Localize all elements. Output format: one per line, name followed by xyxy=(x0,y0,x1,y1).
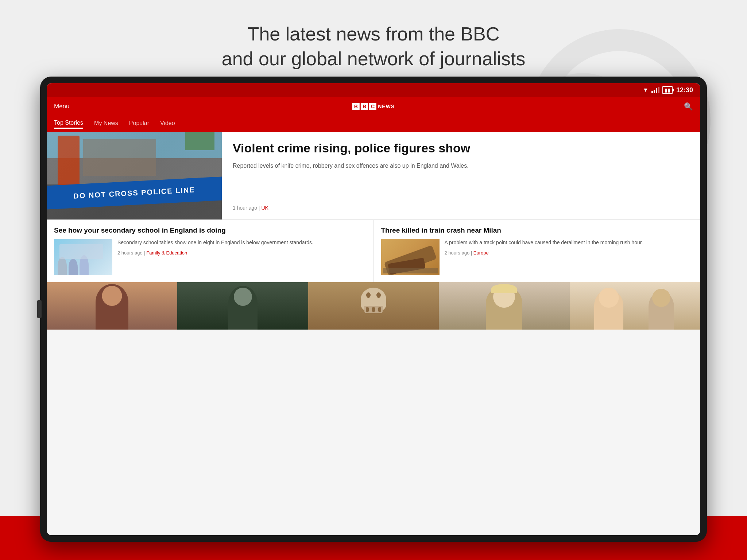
tab-popular[interactable]: Popular xyxy=(129,120,149,128)
story-card-1-image xyxy=(54,239,112,275)
tab-my-news[interactable]: My News xyxy=(94,120,118,128)
strip-image-boris[interactable] xyxy=(439,282,569,330)
top-story-content: Violent crime rising, police figures sho… xyxy=(222,132,700,219)
status-bar: ▼ ▮▮ 12:30 xyxy=(47,83,700,97)
story-card-1-title: See how your secondary school in England… xyxy=(54,226,366,234)
story-card-1-desc: Secondary school tables show one in eigh… xyxy=(117,239,366,246)
bbc-block-b2: B xyxy=(361,103,368,110)
story-card-2-desc: A problem with a track point could have … xyxy=(445,239,693,246)
story-card-1[interactable]: See how your secondary school in England… xyxy=(47,220,374,282)
tab-video[interactable]: Video xyxy=(160,120,175,128)
story-card-2-title: Three killed in train crash near Milan xyxy=(381,226,693,234)
top-story-description: Reported levels of knife crime, robbery … xyxy=(233,162,689,170)
image-strip xyxy=(47,282,700,330)
top-story: DO NOT CROSS POLICE LINE Violent crime r… xyxy=(47,132,700,220)
bbc-block-c: C xyxy=(369,103,376,110)
bbc-block-b1: B xyxy=(352,103,360,110)
status-icons: ▼ ▮▮ xyxy=(643,86,673,94)
story-card-1-time: 2 hours ago xyxy=(117,250,143,256)
tabs-bar: Top Stories My News Popular Video xyxy=(47,116,700,132)
bbc-logo: B B C NEWS xyxy=(352,103,395,110)
strip-image-skull[interactable] xyxy=(308,282,439,330)
top-story-category[interactable]: UK xyxy=(261,205,268,211)
battery-icon: ▮▮ xyxy=(662,86,673,94)
wifi-icon: ▼ xyxy=(643,87,649,93)
content-area: DO NOT CROSS POLICE LINE Violent crime r… xyxy=(47,132,700,535)
story-card-2-body: A problem with a track point could have … xyxy=(381,239,693,275)
story-card-2-meta: 2 hours ago | Europe xyxy=(445,250,693,256)
story-card-1-category[interactable]: Family & Education xyxy=(146,250,187,256)
story-grid: See how your secondary school in England… xyxy=(47,220,700,282)
tagline-line2: and our global network of journalists xyxy=(222,48,525,69)
story-card-1-body: Secondary school tables show one in eigh… xyxy=(54,239,366,275)
tablet-screen: ▼ ▮▮ 12:30 xyxy=(47,83,700,535)
tablet-wrapper: ▼ ▮▮ 12:30 xyxy=(40,77,707,542)
tablet-side-button xyxy=(37,300,42,318)
signal-icon xyxy=(651,87,659,93)
tab-top-stories[interactable]: Top Stories xyxy=(54,120,83,129)
search-button[interactable]: 🔍 xyxy=(684,102,693,111)
story-card-2[interactable]: Three killed in train crash near Milan xyxy=(374,220,701,282)
top-story-time: 1 hour ago xyxy=(233,205,257,211)
status-time: 12:30 xyxy=(676,86,693,94)
strip-image-oprah[interactable] xyxy=(47,282,177,330)
news-label: NEWS xyxy=(378,104,395,109)
nav-bar: Menu B B C NEWS 🔍 xyxy=(47,97,700,116)
menu-button[interactable]: Menu xyxy=(54,103,70,110)
story-card-2-image xyxy=(381,239,440,275)
bbc-blocks: B B C xyxy=(352,103,376,110)
story-card-2-category[interactable]: Europe xyxy=(473,250,489,256)
strip-image-magician[interactable] xyxy=(177,282,308,330)
tablet-outer: ▼ ▮▮ 12:30 xyxy=(40,77,707,542)
tagline: The latest news from the BBC and our glo… xyxy=(0,22,747,71)
tagline-line1: The latest news from the BBC xyxy=(248,23,500,44)
strip-image-trump-may[interactable] xyxy=(570,282,700,330)
top-story-headline[interactable]: Violent crime rising, police figures sho… xyxy=(233,141,689,156)
story-card-1-meta: 2 hours ago | Family & Education xyxy=(117,250,366,256)
police-tape-text: DO NOT CROSS POLICE LINE xyxy=(73,186,195,200)
story-card-2-time: 2 hours ago xyxy=(445,250,470,256)
top-story-image: DO NOT CROSS POLICE LINE xyxy=(47,132,222,219)
top-story-meta: 1 hour ago | UK xyxy=(233,205,689,211)
